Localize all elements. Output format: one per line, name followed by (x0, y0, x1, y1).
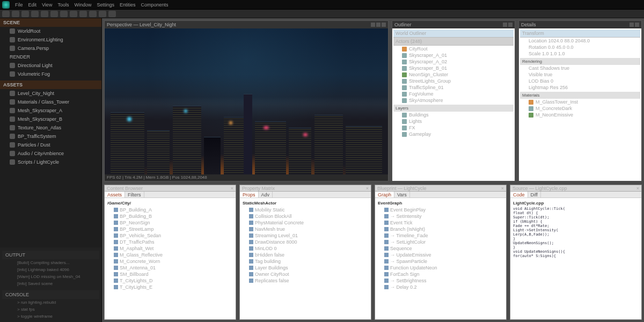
list-item[interactable]: Mobility Static (241, 207, 369, 213)
list-item[interactable]: MinLOD 0 (241, 245, 369, 252)
tool-build-icon[interactable] (50, 11, 58, 17)
close-icon[interactable] (635, 23, 639, 27)
tab-diff[interactable]: Diff (528, 192, 541, 197)
details-titlebar[interactable]: Details (519, 21, 641, 28)
list-item[interactable]: T_CityLights_E (106, 284, 234, 290)
material-slot[interactable]: M_NeonEmissive (520, 112, 640, 118)
list-item[interactable]: Function UpdateNeon (377, 265, 504, 271)
outliner-item[interactable]: Skyscraper_A_01 (393, 52, 514, 58)
close-icon[interactable]: × (636, 186, 639, 191)
scene-item[interactable]: Directional Light (0, 61, 101, 70)
list-item[interactable]: ForEach Sign (377, 271, 504, 277)
menu-components[interactable]: Components (141, 2, 168, 8)
close-icon[interactable]: × (501, 186, 504, 191)
property-row[interactable]: Scale 1.0 1.0 1.0 (520, 50, 640, 57)
property-row[interactable]: LOD Bias 0 (520, 78, 640, 84)
tool-move-icon[interactable] (79, 11, 87, 17)
layer-item[interactable]: Gameplay (393, 131, 514, 137)
tab-code[interactable]: Code (510, 192, 528, 197)
list-item[interactable]: BP_NeonSign (106, 219, 234, 226)
property-row[interactable]: Rotation 0.0 45.0 0.0 (520, 44, 640, 50)
list-item[interactable]: BP_Vehicle_Sedan (106, 232, 234, 239)
outliner-item[interactable]: SkyAtmosphere (393, 97, 514, 104)
tool-save-icon[interactable] (2, 11, 10, 17)
list-item[interactable]: M_Asphalt_Wet (106, 245, 234, 252)
minimize-icon[interactable] (503, 23, 507, 27)
close-icon[interactable] (382, 23, 386, 27)
outliner-item[interactable]: Skyscraper_A_02 (393, 58, 514, 65)
layer-item[interactable]: Buildings (393, 112, 514, 118)
list-item[interactable]: M_Glass_Reflective (106, 252, 234, 258)
console-header[interactable]: CONSOLE (2, 290, 99, 299)
property-row[interactable]: Lightmap Res 256 (520, 84, 640, 91)
tab-vars[interactable]: Vars (394, 192, 410, 197)
tab-filters[interactable]: Filters (125, 192, 144, 197)
outliner-item[interactable]: CityRoot (393, 46, 514, 52)
list-item[interactable]: Event Tick (377, 219, 504, 226)
list-item[interactable]: → SpawnParticle (377, 258, 504, 265)
list-item[interactable]: Event BeginPlay (377, 207, 504, 213)
list-item[interactable]: → SetBrightness (377, 277, 504, 284)
tool-select-icon[interactable] (70, 11, 77, 17)
tool-settings-icon[interactable] (60, 11, 68, 17)
menu-entities[interactable]: Entities (120, 2, 136, 8)
tool-scale-icon[interactable] (99, 11, 106, 17)
list-item[interactable]: Tag building (241, 258, 369, 265)
maximize-icon[interactable] (376, 23, 380, 27)
panel-titlebar[interactable]: Blueprint — LightCycle× (375, 185, 506, 192)
tab-adv[interactable]: Adv (259, 192, 273, 197)
menu-file[interactable]: File (15, 2, 23, 8)
close-icon[interactable]: × (366, 186, 369, 191)
list-item[interactable]: M_Concrete_Worn (106, 258, 234, 265)
output-header[interactable]: OUTPUT (2, 251, 99, 259)
list-item[interactable]: Layer Buildings (241, 265, 369, 271)
tab-assets[interactable]: Assets (105, 192, 125, 197)
sidebar-scene-header[interactable]: SCENE (0, 18, 101, 27)
list-item[interactable]: Branch (IsNight) (377, 226, 504, 232)
material-slot[interactable]: M_GlassTower_Inst (520, 99, 640, 105)
list-item[interactable]: BP_StreetLamp (106, 226, 234, 232)
outliner-item[interactable]: TrafficSpline_01 (393, 84, 514, 91)
scene-item[interactable]: Camera.Persp (0, 44, 101, 53)
menu-view[interactable]: View (42, 2, 52, 8)
tool-snap-icon[interactable] (108, 11, 116, 17)
sidebar-assets-header[interactable]: ASSETS (0, 80, 101, 89)
list-item[interactable]: Owner CityRoot (241, 271, 369, 277)
list-item[interactable]: T_CityLights_D (106, 277, 234, 284)
list-item[interactable]: Replicates false (241, 277, 369, 284)
minimize-icon[interactable] (630, 23, 634, 27)
scene-item[interactable]: WorldRoot (0, 27, 101, 35)
asset-item[interactable]: Level_City_Night (0, 89, 101, 98)
list-item[interactable]: → Delay 0.2 (377, 284, 504, 290)
tool-play-icon[interactable] (31, 11, 39, 17)
close-icon[interactable] (508, 23, 513, 27)
list-item[interactable]: → UpdateEmissive (377, 252, 504, 258)
layer-item[interactable]: FX (393, 125, 514, 131)
property-row[interactable]: Cast Shadows true (520, 65, 640, 71)
list-item[interactable]: bHidden false (241, 252, 369, 258)
list-item[interactable]: BP_Building_A (106, 207, 234, 213)
minimize-icon[interactable] (371, 23, 375, 27)
asset-item[interactable]: Particles / Dust (0, 141, 101, 149)
3d-viewport[interactable]: FPS 62 | Tris 4.2M | Mem 1.8GB | Pos 102… (105, 28, 388, 181)
scene-item[interactable]: Volumetric Fog (0, 70, 101, 78)
menu-edit[interactable]: Edit (28, 2, 37, 8)
list-item[interactable]: Collision BlockAll (241, 213, 369, 219)
asset-item[interactable]: Mesh_Skyscraper_A (0, 106, 101, 115)
asset-item[interactable]: Texture_Neon_Atlas (0, 123, 101, 132)
outliner-item[interactable]: FogVolume (393, 91, 514, 97)
list-item[interactable]: Streaming Level_01 (241, 232, 369, 239)
list-item[interactable]: NavMesh true (241, 226, 369, 232)
asset-item[interactable]: Materials / Glass_Tower (0, 98, 101, 106)
list-item[interactable]: → SetIntensity (377, 213, 504, 219)
outliner-item[interactable]: NeonSign_Cluster (393, 71, 514, 78)
outliner-titlebar[interactable]: Outliner (392, 21, 515, 28)
panel-titlebar[interactable]: Property Matrix× (240, 185, 371, 192)
viewport-titlebar[interactable]: Perspective — Level_City_Night (105, 21, 388, 28)
outliner-item[interactable]: Skyscraper_B_01 (393, 65, 514, 71)
tool-pause-icon[interactable] (41, 11, 48, 17)
tab-props[interactable]: Props (240, 192, 259, 197)
outliner-item[interactable]: StreetLights_Group (393, 78, 514, 84)
property-row[interactable]: Visible true (520, 71, 640, 78)
panel-titlebar[interactable]: Source — LightCycle.cpp× (510, 185, 641, 192)
